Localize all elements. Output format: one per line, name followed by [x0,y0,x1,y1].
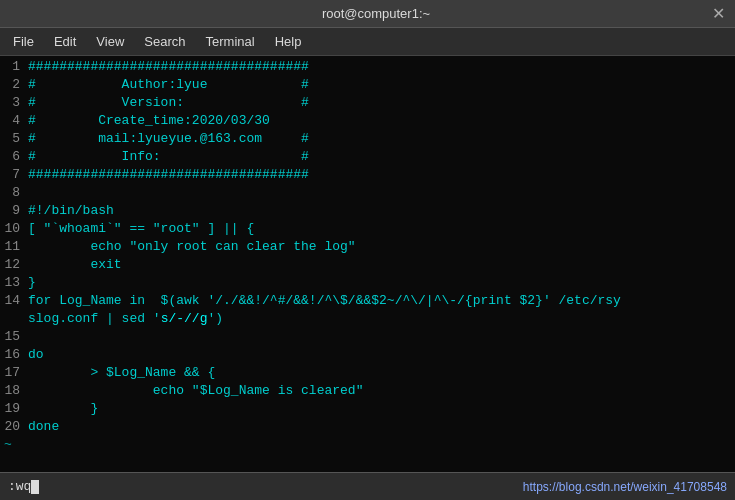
table-row: 3 # Version: # [0,94,735,112]
table-row: 19 } [0,400,735,418]
table-row: slog.conf | sed 's/-//g') [0,310,735,328]
table-row: 4 # Create_time:2020/03/30 [0,112,735,130]
table-row: 16 do [0,346,735,364]
table-row: 12 exit [0,256,735,274]
menu-help[interactable]: Help [267,31,310,52]
table-row: 13 } [0,274,735,292]
table-row: 7 #################################### [0,166,735,184]
status-bar: :wq https://blog.csdn.net/weixin_4170854… [0,472,735,500]
status-command: :wq [8,479,39,494]
close-button[interactable]: ✕ [712,4,725,23]
menu-bar: File Edit View Search Terminal Help [0,28,735,56]
table-row: 6 # Info: # [0,148,735,166]
menu-edit[interactable]: Edit [46,31,84,52]
table-row: 8 [0,184,735,202]
table-row: 18 echo "$Log_Name is cleared" [0,382,735,400]
table-row: 20 done [0,418,735,436]
table-row: 1 #################################### [0,58,735,76]
status-url: https://blog.csdn.net/weixin_41708548 [523,480,727,494]
menu-terminal[interactable]: Terminal [198,31,263,52]
menu-search[interactable]: Search [136,31,193,52]
code-area: 1 #################################### 2… [0,58,735,454]
cursor [31,480,39,494]
table-row: 10 [ "`whoami`" == "root" ] || { [0,220,735,238]
table-row: 11 echo "only root can clear the log" [0,238,735,256]
table-row: 2 # Author:lyue # [0,76,735,94]
table-row: 15 [0,328,735,346]
menu-file[interactable]: File [5,31,42,52]
table-row: 14 for Log_Name in $(awk '/./&&!/^#/&&!/… [0,292,735,310]
title-bar: root@computer1:~ ✕ [0,0,735,28]
table-row: 17 > $Log_Name && { [0,364,735,382]
table-row: 5 # mail:lyueyue.@163.com # [0,130,735,148]
tilde-indicator: ~ [0,436,735,454]
terminal-body[interactable]: 1 #################################### 2… [0,56,735,472]
table-row: 9 #!/bin/bash [0,202,735,220]
window-title: root@computer1:~ [40,6,712,21]
menu-view[interactable]: View [88,31,132,52]
